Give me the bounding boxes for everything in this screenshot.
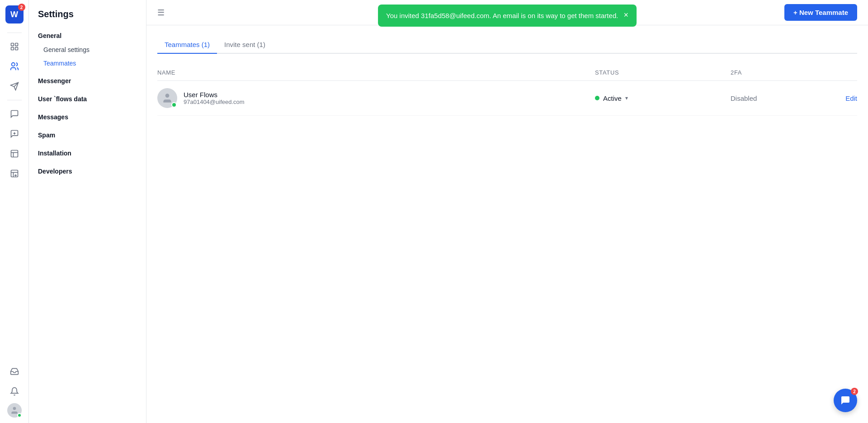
- user-info-cell: User Flows 97a01404@uifeed.com: [157, 88, 595, 108]
- sidebar-section-spam: Spam: [29, 128, 146, 142]
- sidebar-section-developers-label[interactable]: Developers: [29, 164, 146, 179]
- main-content: ☰ You invited 31fa5d58@uifeed.com. An em…: [146, 0, 868, 423]
- user-name: User Flows: [184, 91, 245, 99]
- sidebar-section-messages: Messages: [29, 110, 146, 124]
- app-logo[interactable]: W 2: [5, 5, 24, 24]
- sidebar-section-developers: Developers: [29, 164, 146, 179]
- col-status: Status: [595, 69, 731, 76]
- topbar-right: + New Teammate: [784, 4, 857, 21]
- notification-badge: 2: [18, 4, 25, 11]
- sidebar-section-general-label[interactable]: General: [29, 28, 146, 43]
- edit-button[interactable]: Edit: [821, 94, 857, 102]
- status-dropdown-icon[interactable]: ▾: [625, 95, 628, 101]
- topbar: ☰ You invited 31fa5d58@uifeed.com. An em…: [146, 0, 868, 25]
- sidebar-section-messenger-label[interactable]: Messenger: [29, 74, 146, 88]
- sidebar-section-installation: Installation: [29, 146, 146, 160]
- avatar-online-dot: [171, 102, 177, 108]
- twofa-cell: Disabled: [731, 94, 821, 102]
- hamburger-icon[interactable]: ☰: [157, 8, 165, 18]
- sidebar-section-messenger: Messenger: [29, 74, 146, 88]
- sidebar-item-teammates[interactable]: Teammates: [29, 56, 146, 70]
- toast-message: You invited 31fa5d58@uifeed.com. An emai…: [386, 11, 618, 20]
- tabs-container: Teammates (1) Invite sent (1): [157, 36, 857, 54]
- chat-fab-button[interactable]: 2: [834, 389, 857, 412]
- icon-rail: W 2: [0, 0, 29, 423]
- svg-rect-0: [11, 43, 14, 46]
- svg-point-4: [11, 63, 14, 66]
- tab-invite-sent[interactable]: Invite sent (1): [217, 36, 273, 54]
- new-teammate-button[interactable]: + New Teammate: [784, 4, 857, 21]
- svg-rect-2: [11, 47, 14, 50]
- sidebar-section-general: General General settings Teammates: [29, 28, 146, 70]
- avatar: [157, 88, 177, 108]
- sidebar: Settings General General settings Teamma…: [29, 0, 146, 423]
- sidebar-section-spam-label[interactable]: Spam: [29, 128, 146, 142]
- settings-content: Teammates (1) Invite sent (1) Name Statu…: [146, 25, 868, 423]
- nav-send-icon[interactable]: [6, 78, 23, 94]
- nav-notification-icon[interactable]: [6, 383, 23, 400]
- rail-divider-1: [7, 33, 22, 33]
- sidebar-section-messages-label[interactable]: Messages: [29, 110, 146, 124]
- nav-add-report-icon[interactable]: [6, 165, 23, 182]
- rail-bottom: [6, 363, 23, 418]
- nav-report-icon[interactable]: [6, 146, 23, 162]
- svg-rect-1: [15, 43, 18, 46]
- table-header: Name Status 2fa: [157, 65, 857, 81]
- nav-message-icon[interactable]: [6, 106, 23, 122]
- tab-teammates[interactable]: Teammates (1): [157, 36, 217, 54]
- user-avatar[interactable]: [7, 403, 22, 418]
- svg-rect-9: [11, 150, 18, 157]
- chat-fab-badge: 2: [851, 388, 858, 395]
- toast-notification: You invited 31fa5d58@uifeed.com. An emai…: [378, 5, 637, 27]
- svg-point-18: [165, 94, 170, 98]
- svg-rect-3: [15, 47, 18, 50]
- col-action: [821, 69, 857, 76]
- status-dot: [595, 96, 599, 100]
- col-name: Name: [157, 69, 595, 76]
- sidebar-section-installation-label[interactable]: Installation: [29, 146, 146, 160]
- svg-point-17: [13, 407, 16, 410]
- user-online-dot: [17, 413, 22, 418]
- user-email: 97a01404@uifeed.com: [184, 99, 245, 105]
- col-2fa: 2fa: [731, 69, 821, 76]
- nav-team-icon[interactable]: [6, 58, 23, 75]
- nav-add-message-icon[interactable]: [6, 126, 23, 142]
- user-details: User Flows 97a01404@uifeed.com: [184, 91, 245, 105]
- nav-home-icon[interactable]: [6, 38, 23, 55]
- status-cell: Active ▾: [595, 94, 731, 102]
- nav-inbox-icon[interactable]: [6, 363, 23, 380]
- topbar-left: ☰ You invited 31fa5d58@uifeed.com. An em…: [157, 8, 172, 18]
- svg-rect-12: [11, 170, 18, 177]
- toast-close-button[interactable]: ×: [623, 11, 628, 19]
- table-row: User Flows 97a01404@uifeed.com Active ▾ …: [157, 81, 857, 116]
- sidebar-item-general-settings[interactable]: General settings: [29, 43, 146, 56]
- rail-divider-2: [7, 100, 22, 100]
- sidebar-section-userflows: User `flows data: [29, 92, 146, 106]
- sidebar-section-userflows-label[interactable]: User `flows data: [29, 92, 146, 106]
- sidebar-title: Settings: [29, 9, 146, 28]
- status-text: Active: [603, 94, 622, 102]
